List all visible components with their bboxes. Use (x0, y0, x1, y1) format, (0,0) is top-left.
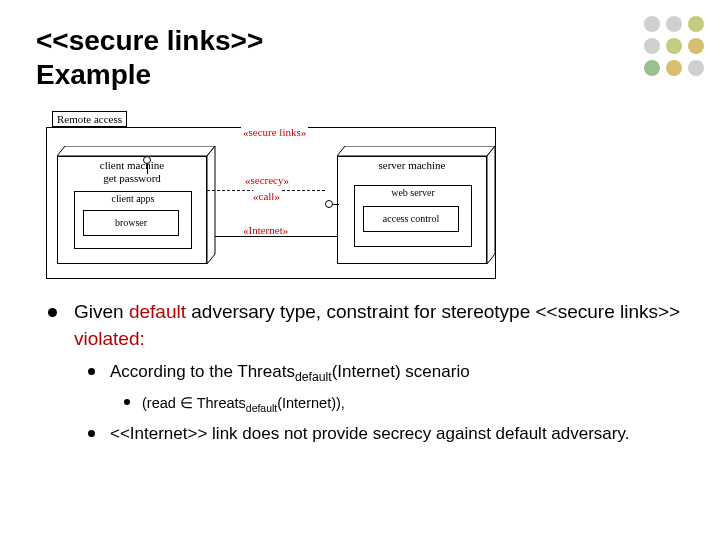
text-violated: violated: (74, 328, 145, 349)
package-stereotype: «secure links» (241, 126, 308, 138)
call-label: «call» (253, 190, 280, 202)
server-interface-circle (325, 200, 333, 208)
uml-diagram: Remote access «secure links» client mach… (46, 111, 496, 281)
title-line-1: <<secure links>> (36, 25, 263, 56)
client-interface-stem (147, 164, 148, 174)
bullet-main: Given default adversary type, constraint… (36, 299, 684, 446)
slide-body: Given default adversary type, constraint… (36, 299, 684, 446)
text-default: default (129, 301, 186, 322)
internet-line (215, 236, 337, 237)
internet-label: «Internet» (243, 224, 288, 236)
package-tab: Remote access (52, 111, 127, 127)
svg-marker-0 (57, 146, 215, 156)
title-line-2: Example (36, 59, 151, 90)
svg-marker-2 (337, 146, 495, 156)
client-component: client apps browser (74, 191, 192, 249)
client-browser: browser (83, 210, 179, 236)
bullet-internet-link: <<Internet>> link does not provide secre… (74, 422, 684, 446)
decorative-dot-grid (644, 16, 704, 76)
client-component-label: client apps (77, 193, 189, 204)
client-title: client machine get password (58, 157, 206, 184)
client-node: client machine get password client apps … (57, 146, 207, 264)
server-component-label: web server (357, 187, 469, 198)
client-title-l1: client machine (100, 159, 164, 171)
bullet-read: (read ∈ Threatsdefault(Internet)), (110, 393, 684, 417)
server-node: server machine web server access control (337, 146, 487, 264)
bullet-scenario: According to the Threatsdefault(Internet… (74, 360, 684, 416)
client-title-l2: get password (103, 172, 161, 184)
svg-marker-1 (207, 146, 215, 264)
server-title: server machine (338, 157, 486, 172)
package-body: «secure links» client machine get passwo… (46, 127, 496, 279)
server-access-control: access control (363, 206, 459, 232)
svg-marker-3 (487, 146, 495, 264)
server-component: web server access control (354, 185, 472, 247)
secrecy-label: «secrecy» (245, 174, 289, 186)
slide-title: <<secure links>> Example (36, 24, 684, 91)
element-of-symbol: ∈ (180, 395, 193, 411)
